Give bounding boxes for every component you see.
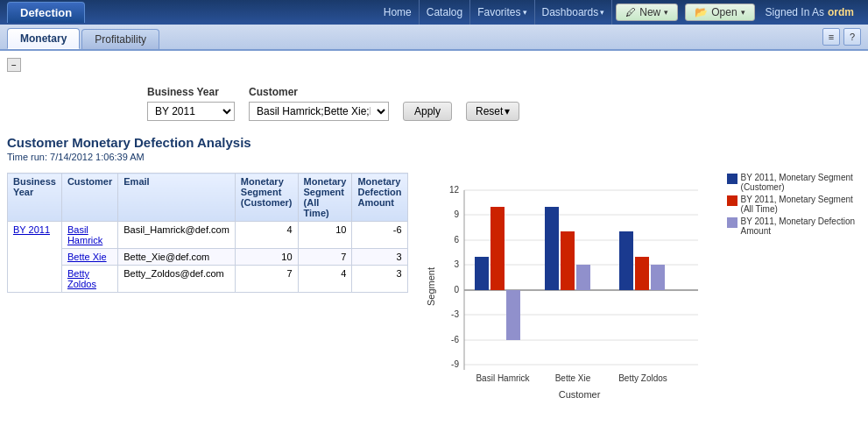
bar-bette-def	[576, 265, 590, 290]
bar-bette-seg-a	[561, 231, 575, 290]
y-tick-0: 0	[454, 285, 459, 295]
customer-link-1[interactable]: Basil Hamrick	[67, 224, 102, 245]
chart-y-label: Segment	[426, 173, 436, 400]
content-area: − Business Year BY 2011 Customer Basil H…	[0, 51, 868, 440]
legend-item-3: BY 2011, Monetary Defection Amount	[727, 216, 861, 236]
nav-links: Home Catalog Favorites ▾ Dashboards ▾ 🖊 …	[377, 0, 861, 25]
cell-customer-2: Bette Xie	[61, 249, 117, 266]
cell-year: BY 2011	[8, 222, 62, 293]
data-table-container: BusinessYear Customer Email MonetarySegm…	[7, 173, 408, 400]
legend-color-1	[727, 174, 737, 184]
customer-label: Customer	[249, 86, 389, 98]
cell-def-1: -6	[352, 222, 407, 249]
tab-profitability[interactable]: Profitability	[81, 29, 159, 49]
tabs-left: Monetary Profitability	[7, 28, 161, 49]
col-header-year: BusinessYear	[8, 174, 62, 222]
new-button[interactable]: 🖊 New ▾	[616, 4, 678, 21]
new-arrow-icon: ▾	[664, 8, 668, 17]
cell-def-3: 3	[352, 266, 407, 293]
bar-chart: 12 9 6 3 0 -3 -6 -9	[440, 173, 720, 383]
cell-email-3: Betty_Zoldos@def.com	[118, 266, 236, 293]
cell-seg-a-1: 10	[298, 222, 352, 249]
open-button[interactable]: 📂 Open ▾	[685, 4, 754, 21]
apply-button[interactable]: Apply	[403, 102, 452, 121]
bar-basil-def	[506, 290, 520, 340]
bar-basil-seg-c	[475, 257, 489, 290]
legend-label-2: BY 2011, Monetary Segment (All Time)	[741, 195, 861, 214]
bar-basil-seg-a	[490, 207, 505, 290]
customer-filter: Customer Basil Hamrick;Bette Xie;Bet	[249, 86, 389, 121]
tab-icons: ≡ ?	[822, 28, 861, 49]
nav-catalog[interactable]: Catalog	[420, 0, 470, 25]
help-icon[interactable]: ?	[843, 28, 861, 46]
y-tick-3: 3	[454, 259, 459, 269]
app-title: Defection	[7, 2, 85, 23]
legend-color-2	[727, 195, 737, 206]
report-title: Customer Monetary Defection Analysis	[7, 135, 861, 150]
customer-select[interactable]: Basil Hamrick;Bette Xie;Bet	[249, 102, 389, 121]
cell-def-2: 3	[352, 249, 407, 266]
bar-betty-seg-a	[635, 257, 649, 290]
chart-legend: BY 2011, Monetary Segment (Customer) BY …	[727, 173, 861, 400]
collapse-button[interactable]: −	[7, 58, 21, 72]
report-time: Time run: 7/14/2012 1:06:39 AM	[7, 152, 861, 162]
y-tick-6: 6	[454, 235, 459, 245]
main-content: BusinessYear Customer Email MonetarySegm…	[7, 173, 861, 400]
legend-label-3: BY 2011, Monetary Defection Amount	[741, 216, 861, 236]
data-table: BusinessYear Customer Email MonetarySegm…	[7, 173, 408, 293]
cell-seg-a-3: 4	[298, 266, 352, 293]
dashboards-arrow-icon: ▾	[600, 8, 604, 17]
cell-customer-1: Basil Hamrick	[61, 222, 117, 249]
table-row: BY 2011 Basil Hamrick Basil_Hamrick@def.…	[8, 222, 408, 249]
tab-bar: Monetary Profitability ≡ ?	[0, 25, 868, 51]
customer-link-3[interactable]: Betty Zoldos	[67, 268, 96, 289]
nav-home[interactable]: Home	[377, 0, 420, 25]
tab-monetary[interactable]: Monetary	[7, 28, 80, 49]
bar-betty-seg-c	[619, 231, 633, 290]
y-tick-9: 9	[454, 209, 459, 219]
x-label-basil: Basil Hamrick	[476, 373, 530, 383]
bar-bette-seg-c	[545, 207, 559, 290]
table-row: Betty Zoldos Betty_Zoldos@def.com 7 4 3	[8, 266, 408, 293]
favorites-arrow-icon: ▾	[523, 8, 527, 17]
table-row: Bette Xie Bette_Xie@def.com 10 7 3	[8, 249, 408, 266]
cell-seg-c-1: 4	[235, 222, 298, 249]
col-header-customer: Customer	[61, 174, 117, 222]
chart-wrap: Segment 12 9 6 3 0 -3 -6 -9	[426, 173, 861, 400]
business-year-label: Business Year	[147, 86, 235, 98]
cell-email-2: Bette_Xie@def.com	[118, 249, 236, 266]
col-header-defection: MonetaryDefectionAmount	[352, 174, 407, 222]
legend-color-3	[727, 217, 737, 228]
cell-customer-3: Betty Zoldos	[61, 266, 117, 293]
cell-seg-a-2: 7	[298, 249, 352, 266]
y-tick-neg9: -9	[451, 359, 459, 369]
customer-link-2[interactable]: Bette Xie	[67, 252, 107, 262]
nav-favorites[interactable]: Favorites ▾	[470, 0, 534, 25]
nav-dashboards[interactable]: Dashboards ▾	[535, 0, 613, 25]
business-year-filter: Business Year BY 2011	[147, 86, 235, 121]
legend-item-1: BY 2011, Monetary Segment (Customer)	[727, 173, 861, 192]
year-link[interactable]: BY 2011	[13, 224, 50, 235]
y-tick-neg3: -3	[451, 309, 459, 319]
y-tick-neg6: -6	[451, 335, 459, 344]
col-header-email: Email	[118, 174, 236, 222]
business-year-select[interactable]: BY 2011	[147, 102, 235, 121]
col-header-seg-customer: MonetarySegment(Customer)	[235, 174, 298, 222]
top-nav: Defection Home Catalog Favorites ▾ Dashb…	[0, 0, 868, 25]
legend-label-1: BY 2011, Monetary Segment (Customer)	[741, 173, 861, 192]
cell-seg-c-2: 10	[235, 249, 298, 266]
bar-betty-def	[651, 265, 665, 290]
chart-x-label: Customer	[440, 389, 720, 400]
open-folder-icon: 📂	[695, 6, 708, 18]
legend-item-2: BY 2011, Monetary Segment (All Time)	[727, 195, 861, 214]
col-header-seg-all: MonetarySegment(All Time)	[298, 174, 352, 222]
signed-in-area: Signed In As ordm	[759, 6, 861, 18]
chart-svg-container: 12 9 6 3 0 -3 -6 -9	[440, 173, 720, 400]
reset-arrow-icon: ▾	[505, 105, 510, 117]
y-tick-12: 12	[448, 185, 459, 195]
cell-email-1: Basil_Hamrick@def.com	[118, 222, 236, 249]
list-icon[interactable]: ≡	[822, 28, 840, 46]
reset-button[interactable]: Reset ▾	[466, 102, 519, 121]
filter-row: Business Year BY 2011 Customer Basil Ham…	[147, 86, 861, 121]
x-label-bette: Bette Xie	[554, 373, 590, 383]
